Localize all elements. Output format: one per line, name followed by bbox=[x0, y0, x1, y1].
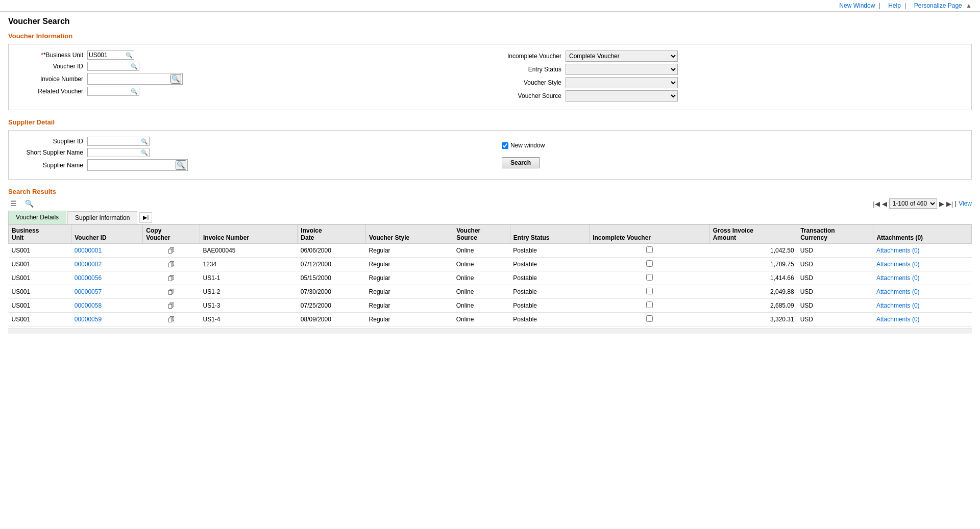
cell-business-unit: US001 bbox=[9, 299, 71, 313]
find-btn[interactable]: 🔍 bbox=[23, 198, 36, 209]
incomplete-voucher-select[interactable]: Complete Voucher Incomplete Voucher bbox=[566, 51, 678, 62]
attachments-link[interactable]: Attachments (0) bbox=[876, 261, 920, 268]
cell-business-unit: US001 bbox=[9, 271, 71, 285]
voucher-id-link[interactable]: 00000001 bbox=[75, 247, 102, 254]
related-voucher-wrapper: 🔍 bbox=[87, 87, 139, 96]
copy-icon[interactable]: 🗍 bbox=[168, 288, 175, 296]
personalize-link[interactable]: Personalize Page bbox=[914, 2, 962, 9]
cell-attachments: Attachments (0) bbox=[873, 313, 972, 326]
cell-currency: USD bbox=[797, 244, 873, 258]
business-unit-search-btn[interactable]: 🔍 bbox=[126, 52, 133, 59]
short-supplier-name-input[interactable] bbox=[89, 149, 140, 156]
cell-incomplete-voucher bbox=[590, 285, 709, 299]
voucher-style-select[interactable] bbox=[566, 77, 678, 88]
entry-status-select[interactable] bbox=[566, 64, 678, 75]
related-voucher-input[interactable] bbox=[89, 88, 130, 95]
voucher-id-input[interactable] bbox=[89, 63, 130, 70]
cell-copy-voucher: 🗍 bbox=[143, 271, 200, 285]
top-nav: New Window | Help | Personalize Page ▲ bbox=[0, 0, 980, 12]
cell-gross-amount: 3,320.31 bbox=[709, 313, 797, 326]
cell-incomplete-voucher bbox=[590, 244, 709, 258]
prev-page-btn[interactable]: ◀ bbox=[882, 200, 887, 208]
new-window-link[interactable]: New Window bbox=[839, 2, 875, 9]
cell-voucher-style: Regular bbox=[366, 258, 453, 271]
table-row: US001 00000056 🗍 US1-1 05/15/2000 Regula… bbox=[9, 271, 972, 285]
col-currency: TransactionCurrency bbox=[797, 225, 873, 244]
expand-icon: ▲ bbox=[966, 2, 972, 9]
next-page-btn[interactable]: ▶ bbox=[939, 200, 944, 208]
voucher-id-link[interactable]: 00000059 bbox=[75, 316, 102, 323]
tab-supplier-information[interactable]: Supplier Information bbox=[67, 211, 137, 224]
cell-invoice-date: 07/12/2000 bbox=[298, 258, 366, 271]
voucher-id-search-btn[interactable]: 🔍 bbox=[131, 63, 138, 70]
page-range-select[interactable]: 1-100 of 460 bbox=[889, 198, 937, 209]
cell-copy-voucher: 🗍 bbox=[143, 258, 200, 271]
new-window-checkbox[interactable] bbox=[502, 142, 508, 149]
incomplete-voucher-checkbox[interactable] bbox=[646, 288, 653, 294]
incomplete-voucher-checkbox[interactable] bbox=[646, 260, 653, 267]
copy-icon[interactable]: 🗍 bbox=[168, 247, 175, 255]
supplier-id-input[interactable] bbox=[89, 138, 140, 145]
results-toolbar: ☰ 🔍 |◀ ◀ 1-100 of 460 ▶ ▶| | View bbox=[8, 198, 972, 209]
incomplete-voucher-checkbox[interactable] bbox=[646, 301, 653, 308]
new-window-row: New window bbox=[502, 142, 545, 149]
cell-incomplete-voucher bbox=[590, 299, 709, 313]
related-voucher-label: Related Voucher bbox=[17, 88, 83, 95]
help-link[interactable]: Help bbox=[888, 2, 901, 9]
attachments-link[interactable]: Attachments (0) bbox=[876, 288, 920, 295]
cell-copy-voucher: 🗍 bbox=[143, 244, 200, 258]
voucher-id-link[interactable]: 00000056 bbox=[75, 274, 102, 282]
nav-sep1: | bbox=[879, 2, 880, 9]
cell-currency: USD bbox=[797, 285, 873, 299]
first-page-btn[interactable]: |◀ bbox=[873, 200, 879, 208]
incomplete-voucher-checkbox[interactable] bbox=[646, 274, 653, 281]
attachments-link[interactable]: Attachments (0) bbox=[876, 274, 920, 282]
voucher-source-select[interactable] bbox=[566, 90, 678, 102]
voucher-id-link[interactable]: 00000058 bbox=[75, 302, 102, 309]
col-invoice-number: Invoice Number bbox=[200, 225, 297, 244]
related-voucher-search-btn[interactable]: 🔍 bbox=[131, 88, 138, 95]
cell-entry-status: Postable bbox=[510, 313, 589, 326]
search-button[interactable]: Search bbox=[502, 157, 540, 168]
cell-copy-voucher: 🗍 bbox=[143, 285, 200, 299]
cell-invoice-number: 1234 bbox=[200, 258, 297, 271]
voucher-id-link[interactable]: 00000002 bbox=[75, 261, 102, 268]
attachments-link[interactable]: Attachments (0) bbox=[876, 302, 920, 309]
tab-voucher-details[interactable]: Voucher Details bbox=[8, 211, 66, 224]
business-unit-input[interactable] bbox=[89, 52, 125, 59]
col-copy-voucher: CopyVoucher bbox=[143, 225, 200, 244]
supplier-id-search-btn[interactable]: 🔍 bbox=[141, 138, 148, 145]
copy-icon[interactable]: 🗍 bbox=[168, 302, 175, 310]
cell-attachments: Attachments (0) bbox=[873, 271, 972, 285]
cell-voucher-source: Online bbox=[453, 313, 510, 326]
supplier-detail-title: Supplier Detail bbox=[8, 118, 972, 126]
invoice-number-input[interactable] bbox=[89, 75, 170, 83]
voucher-id-link[interactable]: 00000057 bbox=[75, 288, 102, 295]
invoice-number-search-btn[interactable]: 🔍 bbox=[170, 74, 181, 84]
cell-entry-status: Postable bbox=[510, 299, 589, 313]
attachments-link[interactable]: Attachments (0) bbox=[876, 316, 920, 323]
cell-invoice-number: BAE000045 bbox=[200, 244, 297, 258]
table-row: US001 00000059 🗍 US1-4 08/09/2000 Regula… bbox=[9, 313, 972, 326]
incomplete-voucher-checkbox[interactable] bbox=[646, 315, 653, 322]
last-page-btn[interactable]: ▶| bbox=[946, 200, 953, 208]
supplier-name-input[interactable] bbox=[89, 162, 176, 169]
short-supplier-name-search-btn[interactable]: 🔍 bbox=[141, 149, 148, 156]
voucher-info-title: Voucher Information bbox=[8, 32, 972, 40]
supplier-name-search-btn[interactable]: 🔍 bbox=[176, 160, 186, 170]
view-link[interactable]: View bbox=[959, 200, 972, 207]
copy-icon[interactable]: 🗍 bbox=[168, 274, 175, 282]
attachments-link[interactable]: Attachments (0) bbox=[876, 247, 920, 254]
incomplete-voucher-checkbox[interactable] bbox=[646, 246, 653, 253]
cell-voucher-style: Regular bbox=[366, 313, 453, 326]
horizontal-scrollbar[interactable] bbox=[8, 329, 972, 334]
tab-expand-btn[interactable]: ▶| bbox=[139, 212, 152, 223]
supplier-name-wrapper: 🔍 bbox=[87, 159, 188, 171]
copy-icon[interactable]: 🗍 bbox=[168, 316, 175, 323]
cell-gross-amount: 1,414.66 bbox=[709, 271, 797, 285]
cell-business-unit: US001 bbox=[9, 285, 71, 299]
entry-status-label: Entry Status bbox=[495, 66, 561, 73]
copy-icon[interactable]: 🗍 bbox=[168, 261, 175, 268]
customize-grid-btn[interactable]: ☰ bbox=[8, 198, 19, 209]
voucher-id-input-wrapper: 🔍 bbox=[87, 62, 139, 71]
